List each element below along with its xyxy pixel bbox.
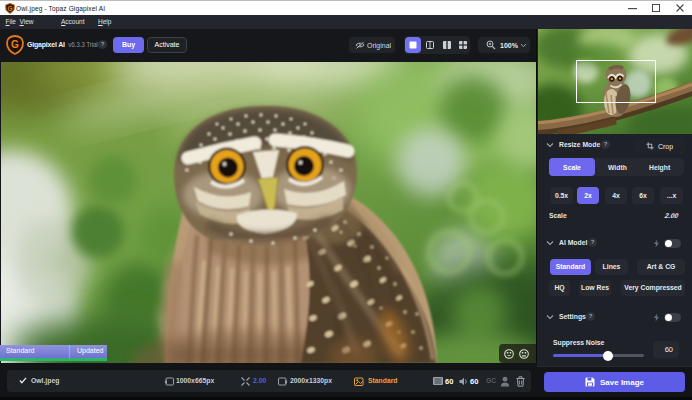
svg-text:G: G: [11, 39, 19, 50]
svg-text:G: G: [7, 5, 12, 12]
